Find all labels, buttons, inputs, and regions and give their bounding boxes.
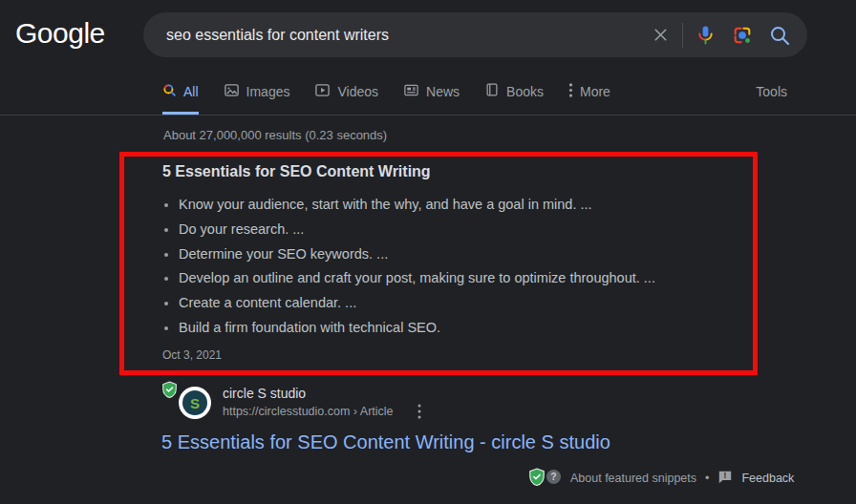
footer-separator: • <box>705 472 709 485</box>
tools-button[interactable]: Tools <box>756 84 787 99</box>
feedback-link[interactable]: Feedback <box>741 472 794 485</box>
videos-icon <box>314 82 331 101</box>
results-tabs: All Images Videos <box>162 78 610 115</box>
books-icon <box>484 82 500 100</box>
snippet-bullet: Do your research. ... <box>179 218 739 242</box>
site-url[interactable]: https://circlesstudio.com › Article <box>223 405 394 418</box>
header-divider <box>0 115 856 116</box>
tab-label: Videos <box>337 84 378 99</box>
help-icon[interactable]: ? <box>546 469 562 488</box>
snippet-bullet: Determine your SEO keywords. ... <box>179 242 739 267</box>
tab-more[interactable]: More <box>568 78 610 115</box>
google-logo[interactable]: Google <box>15 17 105 50</box>
searchbar-divider <box>682 23 683 48</box>
voice-search-icon[interactable] <box>695 24 717 46</box>
snippet-bullet-list: Know your audience, start with the why, … <box>162 193 739 341</box>
about-featured-snippets-link[interactable]: About featured snippets <box>570 472 696 485</box>
tab-label: More <box>580 84 610 99</box>
result-title-link[interactable]: 5 Essentials for SEO Content Writing - c… <box>161 431 610 453</box>
site-name[interactable]: circle S studio <box>223 386 306 401</box>
result-stats: About 27,000,000 results (0.23 seconds) <box>163 128 387 142</box>
tab-books[interactable]: Books <box>484 78 544 115</box>
all-search-icon <box>162 83 177 100</box>
svg-text:?: ? <box>550 472 556 482</box>
google-lens-icon[interactable] <box>732 25 753 46</box>
search-bar[interactable] <box>143 12 807 57</box>
snippet-date: Oct 3, 2021 <box>162 348 739 362</box>
snippet-title: 5 Essentials for SEO Content Writing <box>162 163 739 180</box>
verified-shield-icon <box>528 468 546 490</box>
images-icon <box>224 82 240 101</box>
snippet-footer: ? About featured snippets • ! Feedback <box>528 468 794 489</box>
svg-text:!: ! <box>724 471 727 480</box>
tab-videos[interactable]: Videos <box>314 78 378 115</box>
search-submit-icon[interactable] <box>768 24 791 47</box>
tab-label: Books <box>506 84 544 99</box>
news-icon <box>403 82 419 101</box>
search-input[interactable] <box>164 26 651 45</box>
google-search-results-page: Google <box>0 0 856 504</box>
clear-search-icon[interactable] <box>651 25 671 45</box>
site-favicon[interactable]: S <box>179 387 211 419</box>
tab-label: All <box>183 84 199 99</box>
feedback-icon: ! <box>717 470 733 488</box>
tab-all[interactable]: All <box>162 78 199 115</box>
result-options-kebab-icon[interactable] <box>417 404 421 423</box>
featured-snippet-highlight-box: 5 Essentials for SEO Content Writing Kno… <box>119 152 758 375</box>
snippet-bullet: Build a firm foundation with technical S… <box>179 316 739 341</box>
tab-news[interactable]: News <box>403 78 460 115</box>
tab-label: News <box>426 84 460 99</box>
favicon-letter: S <box>182 390 207 415</box>
tab-images[interactable]: Images <box>224 78 290 115</box>
tab-label: Images <box>246 84 290 99</box>
more-dots-icon <box>568 83 573 100</box>
snippet-bullet: Develop an outline and craft your post, … <box>179 266 739 291</box>
snippet-bullet: Create a content calendar. ... <box>179 291 739 316</box>
snippet-bullet: Know your audience, start with the why, … <box>179 193 739 218</box>
verified-shield-icon <box>161 381 178 403</box>
